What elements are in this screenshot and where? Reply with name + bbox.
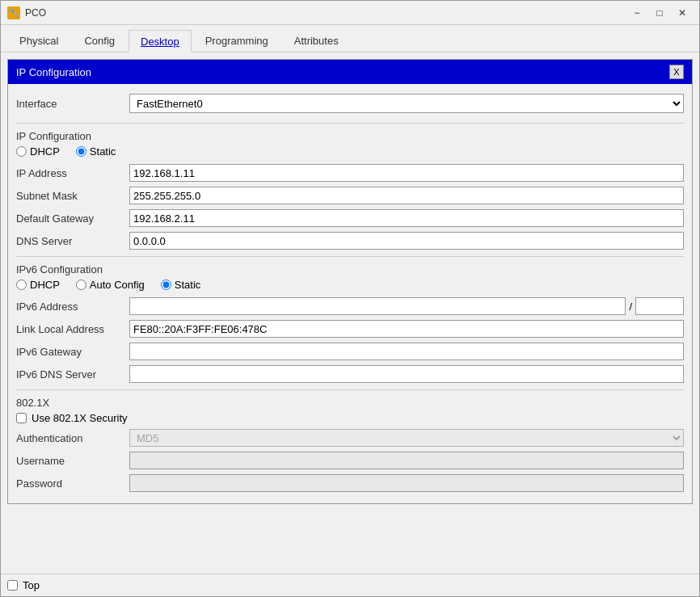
ip-mode-radio-group: DHCP Static <box>16 145 684 158</box>
maximize-button[interactable]: □ <box>649 5 670 21</box>
default-gateway-input[interactable] <box>129 209 684 227</box>
interface-row: Interface FastEthernet0 <box>16 90 684 116</box>
password-input[interactable] <box>129 474 684 492</box>
tab-config[interactable]: Config <box>72 30 127 52</box>
separator-3 <box>16 389 684 390</box>
tab-bar: Physical Config Desktop Programming Attr… <box>1 25 699 53</box>
username-row: Username <box>16 452 684 469</box>
bottom-bar: Top <box>1 574 699 596</box>
app-icon: 🔧 <box>7 6 20 19</box>
ipv6-static-label: Static <box>175 279 201 291</box>
ipv6-gateway-input[interactable] <box>129 343 684 360</box>
username-label: Username <box>16 455 129 467</box>
ipv6-autoconfig-radio-item: Auto Config <box>76 279 145 291</box>
ipv6-dhcp-label: DHCP <box>30 279 60 291</box>
title-bar-left: 🔧 PCO <box>7 6 46 19</box>
ipv6-autoconfig-radio[interactable] <box>76 280 86 290</box>
separator-2 <box>16 256 684 257</box>
dns-server-input[interactable] <box>129 232 684 250</box>
ipv6-gateway-row: IPv6 Gateway <box>16 343 684 360</box>
ipv6-address-label: IPv6 Address <box>16 301 129 313</box>
ipv6-address-row: IPv6 Address / <box>16 297 684 315</box>
ipv6-config-section-label: IPv6 Configuration <box>16 263 684 275</box>
tab-programming[interactable]: Programming <box>193 30 280 52</box>
subnet-mask-row: Subnet Mask <box>16 187 684 204</box>
ip-config-section-label: IP Configuration <box>16 130 684 142</box>
password-row: Password <box>16 474 684 492</box>
tab-attributes[interactable]: Attributes <box>282 30 351 52</box>
auth-select[interactable]: MD5 <box>129 429 684 447</box>
ipv6-dhcp-radio[interactable] <box>16 280 27 290</box>
tab-physical[interactable]: Physical <box>7 30 70 52</box>
dns-server-label: DNS Server <box>16 235 129 247</box>
ipv6-static-radio[interactable] <box>161 280 171 290</box>
top-checkbox-row: Top <box>7 579 40 591</box>
use-security-label: Use 802.1X Security <box>32 412 128 424</box>
ipv6-static-radio-item: Static <box>161 279 201 291</box>
ip-address-row: IP Address <box>16 164 684 182</box>
separator-1 <box>16 123 684 124</box>
ip-dhcp-label: DHCP <box>30 145 60 158</box>
username-input[interactable] <box>129 452 684 469</box>
title-bar: 🔧 PCO − □ ✕ <box>1 1 699 25</box>
subnet-mask-label: Subnet Mask <box>16 190 129 202</box>
minimize-button[interactable]: − <box>626 5 647 21</box>
dialog-body: Interface FastEthernet0 IP Configuration… <box>8 84 692 503</box>
link-local-label: Link Local Address <box>16 323 129 335</box>
title-bar-controls: − □ ✕ <box>626 5 693 21</box>
ipv6-dns-label: IPv6 DNS Server <box>16 368 129 380</box>
default-gateway-label: Default Gateway <box>16 212 129 225</box>
auth-label: Authentication <box>16 432 129 444</box>
ipv6-gateway-label: IPv6 Gateway <box>16 346 129 358</box>
ip-dhcp-radio-item: DHCP <box>16 145 60 158</box>
window-close-button[interactable]: ✕ <box>672 5 693 21</box>
ipv6-dns-input[interactable] <box>129 365 684 383</box>
link-local-input[interactable] <box>129 320 684 338</box>
top-checkbox-label: Top <box>23 579 40 591</box>
ipv6-dhcp-radio-item: DHCP <box>16 279 60 291</box>
interface-select[interactable]: FastEthernet0 <box>129 94 684 113</box>
ip-dhcp-radio[interactable] <box>16 146 27 157</box>
ipv6-slash: / <box>626 301 635 313</box>
dialog-title: IP Configuration <box>16 66 91 78</box>
ipv6-mode-radio-group: DHCP Auto Config Static <box>16 279 684 291</box>
ipv6-autoconfig-label: Auto Config <box>90 279 145 291</box>
tab-desktop[interactable]: Desktop <box>129 30 192 53</box>
dot1x-section-label: 802.1X <box>16 397 684 409</box>
dns-server-row: DNS Server <box>16 232 684 250</box>
use-security-row: Use 802.1X Security <box>16 412 684 424</box>
ip-static-radio-item: Static <box>76 145 116 158</box>
ip-config-dialog: IP Configuration X Interface FastEtherne… <box>7 59 693 504</box>
ip-static-label: Static <box>90 145 116 158</box>
ipv6-dns-row: IPv6 DNS Server <box>16 365 684 383</box>
interface-label: Interface <box>16 98 129 110</box>
content-area: IP Configuration X Interface FastEtherne… <box>1 53 699 574</box>
dialog-close-button[interactable]: X <box>669 65 684 79</box>
top-checkbox[interactable] <box>7 580 18 591</box>
dialog-header: IP Configuration X <box>8 60 692 84</box>
ip-address-label: IP Address <box>16 167 129 179</box>
main-window: 🔧 PCO − □ ✕ Physical Config Desktop Prog… <box>0 0 700 597</box>
link-local-row: Link Local Address <box>16 320 684 338</box>
ip-static-radio[interactable] <box>76 146 86 157</box>
subnet-mask-input[interactable] <box>129 187 684 204</box>
use-security-checkbox[interactable] <box>16 413 27 423</box>
title-bar-title: PCO <box>25 7 46 19</box>
default-gateway-row: Default Gateway <box>16 209 684 227</box>
password-label: Password <box>16 477 129 490</box>
auth-row: Authentication MD5 <box>16 429 684 447</box>
ipv6-address-input[interactable] <box>129 297 626 315</box>
ipv6-prefix-input[interactable] <box>635 297 684 315</box>
ip-address-input[interactable] <box>129 164 684 182</box>
